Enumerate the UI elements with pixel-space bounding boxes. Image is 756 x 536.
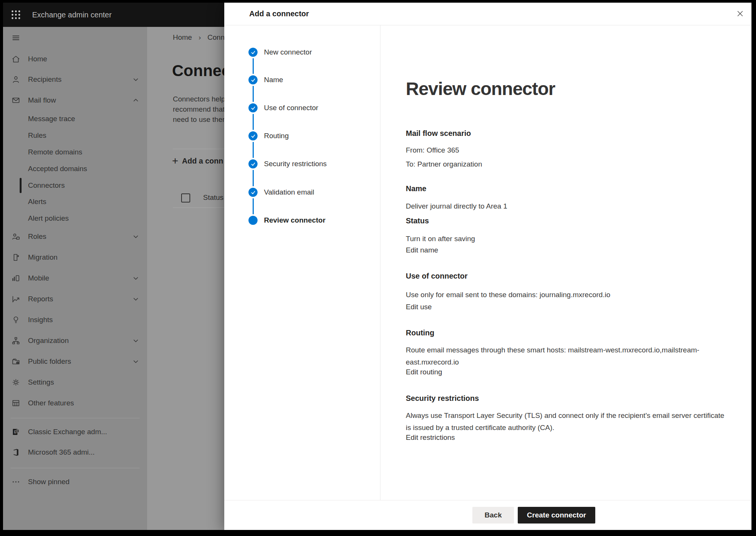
dialog-title: Add a connector [249, 3, 309, 25]
plus-icon: + [172, 155, 178, 167]
sidebar-item-insights[interactable]: Insights [3, 312, 147, 328]
sidebar-item-label: Organization [28, 332, 69, 349]
name-value: Deliver journal directly to Area 1 [406, 200, 728, 212]
sidebar-item-microsoft-365-admin[interactable]: Microsoft 365 admi... [3, 444, 147, 461]
add-connector-label: Add a conn [182, 157, 223, 165]
status-heading: Status [406, 217, 429, 225]
status-value: Turn it on after saving [406, 233, 728, 245]
mail-flow-scenario-heading: Mail flow scenario [406, 129, 471, 138]
step-complete-icon [248, 48, 258, 57]
sidebar-item-classic-exchange-admin[interactable]: E Classic Exchange adm... [3, 424, 147, 440]
sidebar-item-reports[interactable]: Reports [3, 291, 147, 307]
sidebar-item-label: Reports [28, 291, 53, 307]
ellipsis-icon [11, 477, 20, 486]
sidebar-item-recipients[interactable]: Recipients [3, 71, 147, 88]
back-button[interactable]: Back [472, 507, 514, 524]
sidebar-item-label: Insights [28, 312, 53, 328]
sidebar-item-home[interactable]: Home [3, 51, 147, 67]
sidebar-item-alert-policies[interactable]: Alert policies [3, 210, 147, 227]
security-restrictions-value: Always use Transport Layer Security (TLS… [406, 410, 728, 434]
step-connector-line [253, 142, 254, 158]
step-complete-icon [248, 75, 258, 84]
left-navigation: Home Recipients Mail flow Message trace … [3, 27, 147, 530]
sidebar-item-mobile[interactable]: Mobile [3, 270, 147, 287]
sidebar-item-public-folders[interactable]: Public folders [3, 353, 147, 370]
page-description: Connectors help recommend that need to u… [173, 94, 225, 125]
sidebar-item-label: Migration [28, 249, 57, 266]
create-connector-button[interactable]: Create connector [518, 507, 595, 524]
sidebar-item-migration[interactable]: Migration [3, 249, 147, 266]
step-new-connector[interactable]: New connector [264, 48, 312, 57]
sidebar-item-connectors-selected[interactable]: Connectors [3, 177, 147, 194]
sidebar-item-settings[interactable]: Settings [3, 374, 147, 391]
step-connector-line [253, 86, 254, 102]
sidebar-item-organization[interactable]: Organization [3, 332, 147, 349]
step-connector-line [253, 58, 254, 74]
sidebar-item-label: Mobile [28, 270, 49, 287]
mail-icon [11, 96, 20, 105]
sidebar-item-message-trace[interactable]: Message trace [3, 111, 147, 127]
security-restrictions-heading: Security restrictions [406, 394, 479, 403]
sidebar-item-label: Home [28, 51, 47, 67]
sidebar-item-label: Message trace [28, 111, 75, 127]
classic-exchange-icon: E [11, 427, 20, 436]
reports-chart-icon [11, 294, 20, 304]
sidebar-item-label: Alerts [28, 193, 47, 210]
nav-collapse-button[interactable] [3, 30, 147, 46]
step-connector-line [253, 114, 254, 130]
sidebar-item-alerts[interactable]: Alerts [3, 193, 147, 210]
routing-heading: Routing [406, 329, 435, 337]
chevron-down-icon [132, 275, 139, 282]
step-routing[interactable]: Routing [264, 131, 289, 140]
roles-person-badge-icon [11, 232, 20, 241]
edit-name-link[interactable]: Edit name [406, 246, 438, 254]
chevron-down-icon [132, 337, 139, 344]
step-use-of-connector[interactable]: Use of connector [264, 103, 318, 112]
step-security-restrictions[interactable]: Security restrictions [264, 159, 327, 168]
migration-document-icon [11, 253, 20, 262]
edit-routing-link[interactable]: Edit routing [406, 368, 442, 376]
step-review-connector[interactable]: Review connector [264, 216, 326, 225]
step-complete-icon [248, 103, 258, 112]
select-all-checkbox[interactable] [181, 193, 190, 203]
sidebar-item-label: Roles [28, 228, 47, 245]
public-folder-globe-icon [11, 357, 20, 366]
sidebar-divider [11, 418, 140, 418]
lightbulb-icon [11, 315, 20, 324]
gear-icon [11, 378, 20, 387]
close-button[interactable] [733, 7, 747, 20]
home-icon [11, 55, 20, 64]
dialog-footer: Back Create connector [224, 500, 751, 530]
step-complete-icon [248, 188, 258, 197]
microsoft-365-icon [11, 448, 20, 457]
sidebar-item-show-pinned[interactable]: Show pinned [3, 474, 147, 490]
sidebar-item-mail-flow[interactable]: Mail flow [3, 92, 147, 109]
step-complete-icon [248, 159, 258, 168]
breadcrumb-separator-icon: › [199, 33, 201, 41]
add-connector-button[interactable]: + Add a conn [172, 155, 223, 167]
sidebar-item-rules[interactable]: Rules [3, 127, 147, 144]
sidebar-item-label: Recipients [28, 71, 62, 88]
description-line: recommend that [173, 104, 225, 114]
description-line: need to use ther [173, 114, 225, 125]
org-tree-icon [11, 336, 20, 345]
name-heading: Name [406, 184, 426, 193]
description-line: Connectors help [173, 94, 225, 104]
edit-restrictions-link[interactable]: Edit restrictions [406, 433, 455, 442]
sidebar-item-label: Microsoft 365 admi... [28, 444, 95, 461]
use-of-connector-heading: Use of connector [406, 272, 467, 280]
sidebar-item-label: Settings [28, 374, 54, 391]
page-title: Connec [172, 62, 230, 80]
sidebar-item-roles[interactable]: Roles [3, 228, 147, 245]
app-launcher-waffle-icon[interactable] [10, 9, 22, 21]
edit-use-link[interactable]: Edit use [406, 303, 432, 311]
step-current-icon [248, 216, 258, 225]
sidebar-item-remote-domains[interactable]: Remote domains [3, 144, 147, 160]
sidebar-item-accepted-domains[interactable]: Accepted domains [3, 160, 147, 177]
app-window: Exchange admin center Home Recipients Ma… [3, 3, 751, 530]
breadcrumb-home-link[interactable]: Home [173, 33, 192, 41]
step-validation-email[interactable]: Validation email [264, 188, 314, 197]
step-name[interactable]: Name [264, 75, 283, 84]
grid-table-icon [11, 399, 20, 408]
sidebar-item-other-features[interactable]: Other features [3, 395, 147, 411]
